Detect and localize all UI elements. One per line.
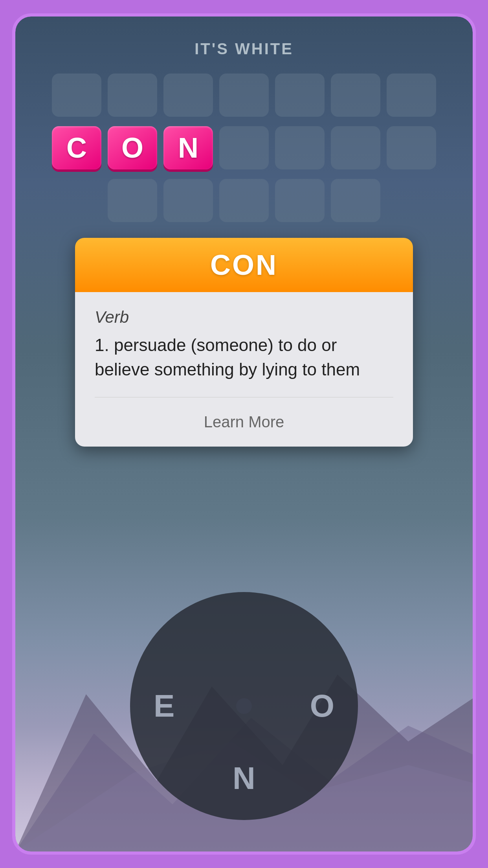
grid-cell-r2c7[interactable]: [387, 126, 436, 169]
grid-cell-r1c7[interactable]: [387, 74, 436, 117]
learn-more-button[interactable]: Learn More: [95, 409, 393, 435]
popup-body: Verb 1. persuade (someone) to do or beli…: [75, 292, 413, 447]
grid-cell-r2c1[interactable]: C: [52, 126, 101, 169]
grid-row-2: C O N: [52, 126, 436, 169]
grid-cell-r2c4[interactable]: [219, 126, 269, 169]
popup-part-of-speech: Verb: [95, 308, 393, 327]
grid-cell-r3c1[interactable]: [108, 179, 157, 222]
popup-header: CON: [75, 238, 413, 292]
grid-row-3: [52, 179, 436, 222]
popup-definition: 1. persuade (someone) to do or believe s…: [95, 333, 393, 381]
grid-cell-r3c2[interactable]: [163, 179, 213, 222]
grid-cell-r1c5[interactable]: [275, 74, 325, 117]
clue-label: IT'S WHITE: [194, 40, 294, 58]
definition-popup: CON Verb 1. persuade (someone) to do or …: [75, 238, 413, 447]
grid-cell-r3c5[interactable]: [331, 179, 380, 222]
popup-word: CON: [91, 249, 397, 281]
word-grid: C O N: [52, 74, 436, 222]
grid-cell-r2c5[interactable]: [275, 126, 325, 169]
grid-cell-r1c1[interactable]: [52, 74, 101, 117]
grid-cell-r2c2[interactable]: O: [108, 126, 157, 169]
grid-row-1: [52, 74, 436, 117]
game-content: IT'S WHITE C O N: [15, 17, 473, 851]
grid-cell-r1c4[interactable]: [219, 74, 269, 117]
grid-cell-r1c2[interactable]: [108, 74, 157, 117]
grid-cell-r2c6[interactable]: [331, 126, 380, 169]
grid-cell-r1c3[interactable]: [163, 74, 213, 117]
grid-cell-r2c3[interactable]: N: [163, 126, 213, 169]
popup-divider: [95, 397, 393, 397]
grid-cell-r1c6[interactable]: [331, 74, 380, 117]
grid-cell-r3c4[interactable]: [275, 179, 325, 222]
game-container: IT'S WHITE C O N: [12, 13, 476, 855]
game-background: IT'S WHITE C O N: [15, 17, 473, 851]
grid-cell-r3c3[interactable]: [219, 179, 269, 222]
